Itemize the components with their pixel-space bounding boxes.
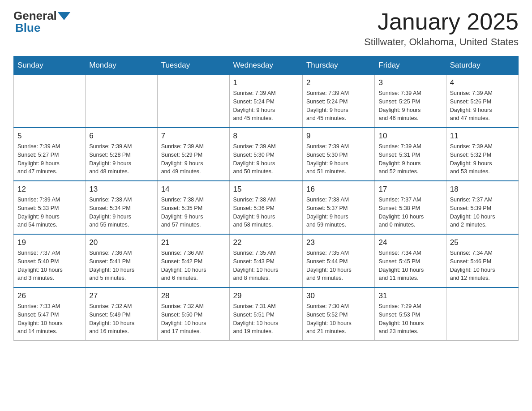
calendar-cell <box>446 287 518 341</box>
calendar-cell: 27Sunrise: 7:32 AM Sunset: 5:49 PM Dayli… <box>86 287 157 341</box>
calendar-cell <box>157 75 229 128</box>
day-number: 17 <box>378 185 442 194</box>
calendar-week-row: 12Sunrise: 7:39 AM Sunset: 5:33 PM Dayli… <box>14 181 519 234</box>
calendar-cell: 9Sunrise: 7:39 AM Sunset: 5:30 PM Daylig… <box>302 128 375 181</box>
calendar-cell: 6Sunrise: 7:39 AM Sunset: 5:28 PM Daylig… <box>86 128 157 181</box>
logo-triangle-icon <box>58 12 70 20</box>
calendar-header-wednesday: Wednesday <box>229 56 302 75</box>
day-info: Sunrise: 7:32 AM Sunset: 5:50 PM Dayligh… <box>161 302 226 336</box>
calendar-cell: 31Sunrise: 7:29 AM Sunset: 5:53 PM Dayli… <box>375 287 446 341</box>
logo-blue-text: Blue <box>15 21 40 34</box>
day-number: 26 <box>17 291 82 300</box>
day-number: 13 <box>89 185 153 194</box>
calendar-table: SundayMondayTuesdayWednesdayThursdayFrid… <box>13 56 519 341</box>
day-number: 19 <box>17 238 82 247</box>
calendar-header-sunday: Sunday <box>14 56 86 75</box>
day-info: Sunrise: 7:30 AM Sunset: 5:52 PM Dayligh… <box>306 302 371 336</box>
day-info: Sunrise: 7:39 AM Sunset: 5:24 PM Dayligh… <box>233 89 299 123</box>
calendar-cell: 1Sunrise: 7:39 AM Sunset: 5:24 PM Daylig… <box>229 75 302 128</box>
day-number: 24 <box>378 238 442 247</box>
day-info: Sunrise: 7:39 AM Sunset: 5:24 PM Dayligh… <box>306 89 371 123</box>
calendar-cell: 18Sunrise: 7:37 AM Sunset: 5:39 PM Dayli… <box>446 181 518 234</box>
calendar-cell: 10Sunrise: 7:39 AM Sunset: 5:31 PM Dayli… <box>375 128 446 181</box>
day-info: Sunrise: 7:34 AM Sunset: 5:46 PM Dayligh… <box>450 249 515 283</box>
day-info: Sunrise: 7:36 AM Sunset: 5:41 PM Dayligh… <box>89 249 153 283</box>
day-info: Sunrise: 7:39 AM Sunset: 5:29 PM Dayligh… <box>161 142 226 176</box>
calendar-cell: 25Sunrise: 7:34 AM Sunset: 5:46 PM Dayli… <box>446 234 518 287</box>
calendar-cell: 11Sunrise: 7:39 AM Sunset: 5:32 PM Dayli… <box>446 128 518 181</box>
day-info: Sunrise: 7:39 AM Sunset: 5:31 PM Dayligh… <box>378 142 442 176</box>
calendar-header-monday: Monday <box>86 56 157 75</box>
day-info: Sunrise: 7:38 AM Sunset: 5:37 PM Dayligh… <box>306 196 371 229</box>
calendar-week-row: 1Sunrise: 7:39 AM Sunset: 5:24 PM Daylig… <box>14 75 519 128</box>
calendar-cell: 2Sunrise: 7:39 AM Sunset: 5:24 PM Daylig… <box>302 75 375 128</box>
calendar-header-tuesday: Tuesday <box>157 56 229 75</box>
day-number: 20 <box>89 238 153 247</box>
day-info: Sunrise: 7:39 AM Sunset: 5:33 PM Dayligh… <box>17 196 82 229</box>
title-section: January 2025 Stillwater, Oklahoma, Unite… <box>364 9 519 48</box>
day-number: 28 <box>161 291 226 300</box>
calendar-cell <box>86 75 157 128</box>
day-info: Sunrise: 7:39 AM Sunset: 5:26 PM Dayligh… <box>450 89 515 123</box>
day-info: Sunrise: 7:39 AM Sunset: 5:28 PM Dayligh… <box>89 142 153 176</box>
day-info: Sunrise: 7:39 AM Sunset: 5:25 PM Dayligh… <box>378 89 442 123</box>
day-number: 8 <box>233 132 299 141</box>
day-info: Sunrise: 7:35 AM Sunset: 5:43 PM Dayligh… <box>233 249 299 283</box>
calendar-header-row: SundayMondayTuesdayWednesdayThursdayFrid… <box>14 56 519 75</box>
day-number: 25 <box>450 238 515 247</box>
day-info: Sunrise: 7:31 AM Sunset: 5:51 PM Dayligh… <box>233 302 299 336</box>
day-info: Sunrise: 7:32 AM Sunset: 5:49 PM Dayligh… <box>89 302 153 336</box>
day-info: Sunrise: 7:38 AM Sunset: 5:35 PM Dayligh… <box>161 196 226 229</box>
calendar-week-row: 5Sunrise: 7:39 AM Sunset: 5:27 PM Daylig… <box>14 128 519 181</box>
day-info: Sunrise: 7:39 AM Sunset: 5:27 PM Dayligh… <box>17 142 82 176</box>
day-number: 22 <box>233 238 299 247</box>
day-number: 16 <box>306 185 371 194</box>
calendar-cell: 8Sunrise: 7:39 AM Sunset: 5:30 PM Daylig… <box>229 128 302 181</box>
day-info: Sunrise: 7:39 AM Sunset: 5:32 PM Dayligh… <box>450 142 515 176</box>
calendar-cell: 30Sunrise: 7:30 AM Sunset: 5:52 PM Dayli… <box>302 287 375 341</box>
day-number: 12 <box>17 185 82 194</box>
calendar-cell: 15Sunrise: 7:38 AM Sunset: 5:36 PM Dayli… <box>229 181 302 234</box>
calendar-cell <box>14 75 86 128</box>
day-number: 27 <box>89 291 153 300</box>
calendar-cell: 21Sunrise: 7:36 AM Sunset: 5:42 PM Dayli… <box>157 234 229 287</box>
calendar-cell: 23Sunrise: 7:35 AM Sunset: 5:44 PM Dayli… <box>302 234 375 287</box>
calendar-cell: 20Sunrise: 7:36 AM Sunset: 5:41 PM Dayli… <box>86 234 157 287</box>
day-info: Sunrise: 7:38 AM Sunset: 5:36 PM Dayligh… <box>233 196 299 229</box>
day-number: 9 <box>306 132 371 141</box>
calendar-cell: 14Sunrise: 7:38 AM Sunset: 5:35 PM Dayli… <box>157 181 229 234</box>
calendar-cell: 12Sunrise: 7:39 AM Sunset: 5:33 PM Dayli… <box>14 181 86 234</box>
day-info: Sunrise: 7:39 AM Sunset: 5:30 PM Dayligh… <box>233 142 299 176</box>
calendar-cell: 24Sunrise: 7:34 AM Sunset: 5:45 PM Dayli… <box>375 234 446 287</box>
location-subtitle: Stillwater, Oklahoma, United States <box>364 36 519 48</box>
day-number: 14 <box>161 185 226 194</box>
calendar-cell: 28Sunrise: 7:32 AM Sunset: 5:50 PM Dayli… <box>157 287 229 341</box>
day-info: Sunrise: 7:37 AM Sunset: 5:40 PM Dayligh… <box>17 249 82 283</box>
day-number: 10 <box>378 132 442 141</box>
day-number: 23 <box>306 238 371 247</box>
calendar-header-saturday: Saturday <box>446 56 518 75</box>
calendar-week-row: 19Sunrise: 7:37 AM Sunset: 5:40 PM Dayli… <box>14 234 519 287</box>
day-number: 30 <box>306 291 371 300</box>
day-info: Sunrise: 7:36 AM Sunset: 5:42 PM Dayligh… <box>161 249 226 283</box>
month-title: January 2025 <box>364 9 519 34</box>
calendar-cell: 26Sunrise: 7:33 AM Sunset: 5:47 PM Dayli… <box>14 287 86 341</box>
day-info: Sunrise: 7:35 AM Sunset: 5:44 PM Dayligh… <box>306 249 371 283</box>
day-info: Sunrise: 7:38 AM Sunset: 5:34 PM Dayligh… <box>89 196 153 229</box>
calendar-cell: 4Sunrise: 7:39 AM Sunset: 5:26 PM Daylig… <box>446 75 518 128</box>
day-info: Sunrise: 7:29 AM Sunset: 5:53 PM Dayligh… <box>378 302 442 336</box>
day-info: Sunrise: 7:37 AM Sunset: 5:39 PM Dayligh… <box>450 196 515 229</box>
day-info: Sunrise: 7:39 AM Sunset: 5:30 PM Dayligh… <box>306 142 371 176</box>
day-number: 11 <box>450 132 515 141</box>
day-number: 4 <box>450 78 515 87</box>
day-number: 29 <box>233 291 299 300</box>
page-header: General Blue January 2025 Stillwater, Ok… <box>13 9 519 48</box>
day-number: 31 <box>378 291 442 300</box>
calendar-cell: 22Sunrise: 7:35 AM Sunset: 5:43 PM Dayli… <box>229 234 302 287</box>
calendar-cell: 3Sunrise: 7:39 AM Sunset: 5:25 PM Daylig… <box>375 75 446 128</box>
calendar-cell: 13Sunrise: 7:38 AM Sunset: 5:34 PM Dayli… <box>86 181 157 234</box>
calendar-header-friday: Friday <box>375 56 446 75</box>
calendar-cell: 19Sunrise: 7:37 AM Sunset: 5:40 PM Dayli… <box>14 234 86 287</box>
calendar-cell: 17Sunrise: 7:37 AM Sunset: 5:38 PM Dayli… <box>375 181 446 234</box>
day-info: Sunrise: 7:34 AM Sunset: 5:45 PM Dayligh… <box>378 249 442 283</box>
